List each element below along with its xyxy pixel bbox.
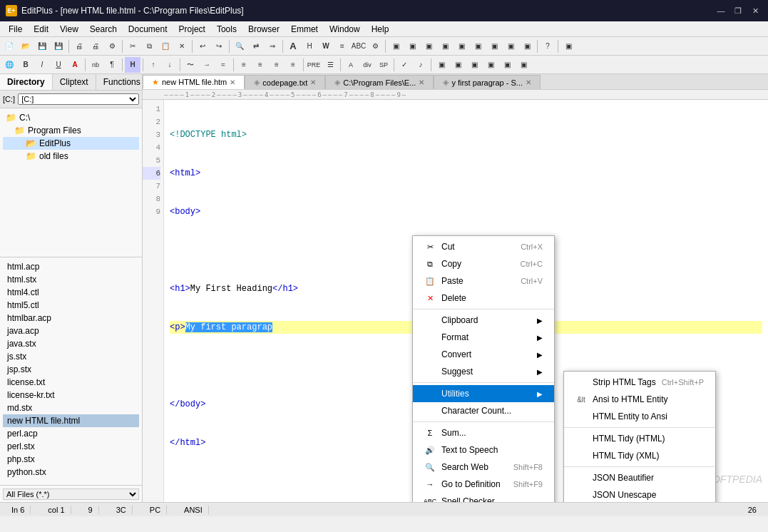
menu-edit[interactable]: Edit (28, 23, 54, 36)
tab-close-button[interactable]: ✕ (310, 78, 316, 86)
tb2-misc3[interactable]: ▣ (466, 57, 482, 73)
redo-button[interactable]: ↪ (211, 39, 227, 54)
tab-new-html[interactable]: ★ new HTML file.htm ✕ (143, 75, 245, 89)
file-item[interactable]: python.stx (3, 466, 139, 479)
save-all-button[interactable]: 💾 (51, 39, 66, 54)
ctx-spellchecker[interactable]: ABC Spell Checker (413, 493, 554, 502)
tb2-sp[interactable]: SP (376, 57, 391, 73)
tb2-btn-h[interactable]: H (125, 57, 140, 73)
tab-close-button[interactable]: ✕ (419, 78, 424, 86)
menu-help[interactable]: Help (366, 23, 395, 36)
new-button[interactable]: 📄 (1, 39, 17, 54)
menu-document[interactable]: Document (123, 23, 173, 36)
file-item[interactable]: js.stx (3, 350, 139, 363)
menu-browser[interactable]: Browser (242, 23, 285, 36)
ctx-searchweb[interactable]: 🔍 Search Web Shift+F8 (413, 459, 554, 476)
tb2-align-j[interactable]: ≡ (285, 57, 301, 73)
tb2-misc4[interactable]: ▣ (483, 57, 498, 73)
toolbar-spell-button[interactable]: ABC (351, 39, 367, 54)
tab-cprogram[interactable]: ◈ C:\Program Files\E... ✕ (325, 75, 434, 89)
file-item[interactable]: license-kr.txt (3, 389, 139, 401)
tb2-align-l[interactable]: ≡ (236, 57, 252, 73)
tab-cliptext[interactable]: Cliptext (53, 74, 96, 90)
tb2-misc5[interactable]: ▣ (499, 57, 515, 73)
file-item-selected[interactable]: new HTML file.html (3, 414, 139, 427)
cut-button[interactable]: ✂ (125, 39, 140, 54)
file-item[interactable]: md.stx (3, 401, 139, 414)
tb2-check[interactable]: ✓ (396, 57, 412, 73)
toolbar-W-button[interactable]: W (318, 39, 334, 54)
toolbar-gear-button[interactable]: ⚙ (367, 39, 383, 54)
tb2-misc6[interactable]: ▣ (516, 57, 531, 73)
file-item[interactable]: htmlbar.acp (3, 312, 139, 324)
tree-oldfiles[interactable]: 📁 old files (3, 150, 139, 163)
toolbar-lines-button[interactable]: ≡ (334, 39, 350, 54)
toolbar-misc7[interactable]: ▣ (486, 39, 502, 54)
tb2-squiggle[interactable]: 〜 (183, 57, 198, 73)
menu-project[interactable]: Project (173, 23, 211, 36)
toolbar-misc6[interactable]: ▣ (470, 39, 486, 54)
print-preview-button[interactable]: 🖨 (88, 39, 103, 54)
menu-search[interactable]: Search (84, 23, 123, 36)
toolbar-H-button[interactable]: H (302, 39, 317, 54)
tb2-pre[interactable]: PRE (306, 57, 322, 73)
tb2-align-c[interactable]: ≡ (252, 57, 268, 73)
file-item[interactable]: jsp.stx (3, 363, 139, 376)
ctx-charcount[interactable]: Character Count... (413, 402, 554, 419)
copy-button[interactable]: ⧉ (141, 39, 157, 54)
menu-emmet[interactable]: Emmet (285, 23, 324, 36)
restore-button[interactable]: ❐ (731, 4, 745, 18)
toolbar-help[interactable]: ? (540, 39, 555, 54)
tree-editplus[interactable]: 📂 EditPlus (3, 137, 139, 150)
file-filter-select[interactable]: All Files (*.*) (3, 488, 139, 500)
open-button[interactable]: 📂 (18, 39, 34, 54)
toolbar-end[interactable]: ▣ (560, 39, 576, 54)
file-item[interactable]: html4.ctl (3, 286, 139, 299)
bold-button[interactable]: B (18, 57, 34, 73)
ctx-paste[interactable]: 📋 Paste Ctrl+V (413, 272, 554, 290)
paste-button[interactable]: 📋 (158, 39, 173, 54)
ctx-sum[interactable]: Σ Sum... (413, 424, 554, 441)
tab-codepage[interactable]: ◈ codepage.txt ✕ (245, 75, 325, 89)
tb2-div[interactable]: div (359, 57, 375, 73)
underline-button[interactable]: U (51, 57, 66, 73)
tab-firstpara[interactable]: ◈ y first paragrap - S... ✕ (434, 75, 541, 89)
save-button[interactable]: 💾 (34, 39, 50, 54)
toolbar-misc2[interactable]: ▣ (404, 39, 420, 54)
tab-close-button[interactable]: ✕ (230, 78, 235, 86)
tb2-btn-a2[interactable]: ↓ (162, 57, 178, 73)
tb2-btn-para[interactable]: ¶ (104, 57, 120, 73)
tb2-btn-a1[interactable]: ↑ (145, 57, 161, 73)
sub-htmltidy-xml[interactable]: HTML Tidy (XML) (564, 447, 715, 464)
tab-directory[interactable]: Directory (0, 74, 53, 90)
tb2-font[interactable]: A (343, 57, 359, 73)
drive-select[interactable]: [C:] (18, 93, 139, 105)
sub-striphtml[interactable]: Strip HTML Tags Ctrl+Shift+P (564, 374, 715, 391)
tb2-misc1[interactable]: ▣ (434, 57, 449, 73)
ctx-texttospeech[interactable]: 🔊 Text to Speech (413, 441, 554, 459)
print-button[interactable]: 🖨 (71, 39, 87, 54)
sub-json-beautifier[interactable]: JSON Beautifier (564, 469, 715, 486)
italic-button[interactable]: I (34, 57, 50, 73)
file-item[interactable]: html5.ctl (3, 299, 139, 312)
file-item[interactable]: perl.stx (3, 440, 139, 453)
color-button[interactable]: A (67, 57, 83, 73)
sub-json-unescape[interactable]: JSON Unescape (564, 486, 715, 502)
toolbar-misc9[interactable]: ▣ (519, 39, 535, 54)
tb2-music[interactable]: ♪ (413, 57, 429, 73)
toolbar-misc1[interactable]: ▣ (388, 39, 404, 54)
menu-window[interactable]: Window (324, 23, 366, 36)
menu-view[interactable]: View (54, 23, 84, 36)
find-button[interactable]: 🔍 (232, 39, 247, 54)
sub-ansitohtml[interactable]: &lt Ansi to HTML Entity (564, 391, 715, 408)
sub-htmltidy-html[interactable]: HTML Tidy (HTML) (564, 430, 715, 447)
ctx-delete[interactable]: ✕ Delete (413, 290, 554, 307)
tb2-list[interactable]: ☰ (322, 57, 338, 73)
tree-root[interactable]: 📁 C:\ (3, 111, 139, 124)
undo-button[interactable]: ↩ (195, 39, 210, 54)
toolbar-misc4[interactable]: ▣ (437, 39, 453, 54)
sub-htmltoansi[interactable]: HTML Entity to Ansi (564, 408, 715, 425)
browser-back[interactable]: 🌐 (1, 57, 17, 73)
delete-button[interactable]: ✕ (174, 39, 190, 54)
close-button[interactable]: ✕ (748, 4, 762, 18)
